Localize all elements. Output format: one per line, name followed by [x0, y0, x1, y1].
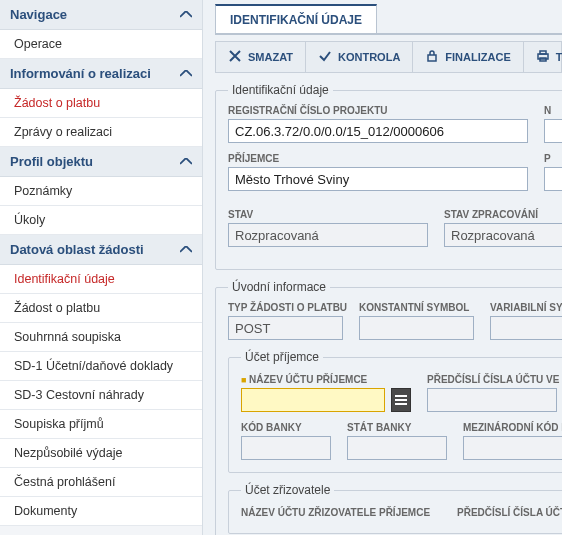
chevron-up-icon [180, 156, 192, 168]
button-label: SMAZAT [248, 51, 293, 63]
nav-section-label: Datová oblast žádosti [10, 242, 144, 257]
sidebar-item-soupiska-prijmu[interactable]: Soupiska příjmů [0, 410, 202, 439]
sidebar-item-cestna[interactable]: Čestná prohlášení [0, 468, 202, 497]
list-icon [395, 395, 407, 405]
n-input[interactable] [544, 119, 562, 143]
tab-bar: IDENTIFIKAČNÍ ÚDAJE [215, 4, 562, 35]
action-bar: SMAZAT KONTROLA FINALIZACE TISK [215, 41, 562, 73]
nazev-uctu-input[interactable] [241, 388, 385, 412]
typ-label: TYP ŽÁDOSTI O PLATBU [228, 302, 343, 313]
sidebar-item-ukoly[interactable]: Úkoly [0, 206, 202, 235]
kontrola-button[interactable]: KONTROLA [306, 42, 413, 72]
p-input[interactable] [544, 167, 562, 191]
sidebar-item-poznamky[interactable]: Poznámky [0, 177, 202, 206]
prijemce-input[interactable] [228, 167, 528, 191]
kod-banky-input [241, 436, 331, 460]
stav-zprac-input [444, 223, 562, 247]
prijemce-label: PŘÍJEMCE [228, 153, 528, 164]
list-picker-button[interactable] [391, 388, 411, 412]
fieldset-legend: Účet příjemce [241, 350, 323, 364]
sidebar-item-identifikacni[interactable]: Identifikační údaje [0, 265, 202, 294]
predcisli-label: PŘEDČÍSLÍ ČÍSLA ÚČTU VE [427, 374, 557, 385]
chevron-up-icon [180, 68, 192, 80]
sidebar-item-nezpusobile[interactable]: Nezpůsobilé výdaje [0, 439, 202, 468]
sidebar-item-souhrnna[interactable]: Souhrnná soupiska [0, 323, 202, 352]
tisk-button[interactable]: TISK [524, 42, 562, 72]
sidebar-item-zadost2[interactable]: Žádost o platbu [0, 294, 202, 323]
sidebar-item-sd1[interactable]: SD-1 Účetní/daňové doklady [0, 352, 202, 381]
fieldset-legend: Účet zřizovatele [241, 483, 334, 497]
chevron-up-icon [180, 244, 192, 256]
nav-section-datova[interactable]: Datová oblast žádosti [0, 235, 202, 265]
button-label: FINALIZACE [445, 51, 510, 63]
reg-input[interactable] [228, 119, 528, 143]
stat-banky-label: STÁT BANKY [347, 422, 447, 433]
nav-section-profil[interactable]: Profil objektu [0, 147, 202, 177]
nav-section-label: Profil objektu [10, 154, 93, 169]
svg-rect-2 [540, 51, 546, 54]
nazev-zriz-label: NÁZEV ÚČTU ZŘIZOVATELE PŘÍJEMCE [241, 507, 441, 518]
button-label: TISK [556, 51, 562, 63]
vs-label: VARIABILNÍ SYMBOL [490, 302, 562, 313]
predcisli-zriz-label: PŘEDČÍSLÍ ČÍSLA ÚČTU VE [457, 507, 562, 518]
sidebar-item-podpis[interactable]: Podpis žádosti o platbu [0, 526, 202, 535]
sidebar-item-zpravy[interactable]: Zprávy o realizaci [0, 118, 202, 147]
main-panel: IDENTIFIKAČNÍ ÚDAJE SMAZAT KONTROLA FINA… [203, 0, 562, 535]
reg-label: REGISTRAČNÍ ČÍSLO PROJEKTU [228, 105, 528, 116]
fieldset-ucet-prijemce: Účet příjemce NÁZEV ÚČTU PŘÍJEMCE PŘEDČÍ… [228, 350, 562, 473]
stav-label: STAV [228, 209, 428, 220]
fieldset-uvodni: Úvodní informace TYP ŽÁDOSTI O PLATBU KO… [215, 280, 562, 535]
sidebar-item-dokumenty[interactable]: Dokumenty [0, 497, 202, 526]
ks-label: KONSTANTNÍ SYMBOL [359, 302, 474, 313]
sidebar: Navigace Operace Informování o realizaci… [0, 0, 203, 535]
nav-section-label: Navigace [10, 7, 67, 22]
predcisli-input [427, 388, 557, 412]
print-icon [536, 49, 550, 65]
sidebar-item-operace[interactable]: Operace [0, 30, 202, 59]
smazat-button[interactable]: SMAZAT [216, 42, 306, 72]
p-label: P [544, 153, 562, 164]
chevron-up-icon [180, 9, 192, 21]
mez-kod-label: MEZINÁRODNÍ KÓD BANKY [463, 422, 562, 433]
finalizace-button[interactable]: FINALIZACE [413, 42, 523, 72]
check-icon [318, 49, 332, 65]
stat-banky-input [347, 436, 447, 460]
tab-identifikacni-udaje[interactable]: IDENTIFIKAČNÍ ÚDAJE [215, 4, 377, 33]
nazev-uctu-label: NÁZEV ÚČTU PŘÍJEMCE [241, 374, 411, 385]
sidebar-item-sd3[interactable]: SD-3 Cestovní náhrady [0, 381, 202, 410]
lock-icon [425, 49, 439, 65]
fieldset-legend: Identifikační údaje [228, 83, 333, 97]
nav-section-informovani[interactable]: Informování o realizaci [0, 59, 202, 89]
svg-rect-0 [428, 55, 436, 61]
mez-kod-input [463, 436, 562, 460]
typ-input [228, 316, 343, 340]
fieldset-identifikacni: Identifikační údaje REGISTRAČNÍ ČÍSLO PR… [215, 83, 562, 270]
stav-zprac-label: STAV ZPRACOVÁNÍ [444, 209, 562, 220]
stav-input [228, 223, 428, 247]
nav-section-navigace[interactable]: Navigace [0, 0, 202, 30]
n-label: N [544, 105, 562, 116]
ks-input [359, 316, 474, 340]
button-label: KONTROLA [338, 51, 400, 63]
sidebar-item-zadost-o-platbu[interactable]: Žádost o platbu [0, 89, 202, 118]
vs-input [490, 316, 562, 340]
fieldset-legend: Úvodní informace [228, 280, 330, 294]
kod-banky-label: KÓD BANKY [241, 422, 331, 433]
fieldset-ucet-zrizovatele: Účet zřizovatele NÁZEV ÚČTU ZŘIZOVATELE … [228, 483, 562, 534]
nav-section-label: Informování o realizaci [10, 66, 151, 81]
close-icon [228, 49, 242, 65]
